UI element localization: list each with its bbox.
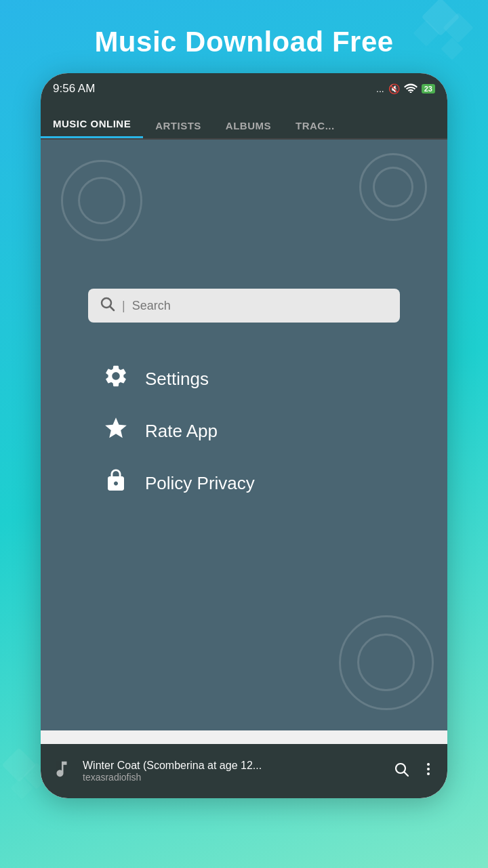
deco-circle-br-inner [357, 634, 415, 691]
tab-artists[interactable]: ARTISTS [143, 113, 214, 138]
signal-dots-icon: ... [376, 83, 384, 94]
settings-menu-item[interactable]: Settings [102, 363, 386, 395]
tab-albums[interactable]: ALBUMS [214, 113, 283, 138]
svg-line-9 [110, 307, 115, 311]
phone-frame: 9:56 AM ... 🔇 23 MUSIC ONLINE ARTISTS AL… [41, 73, 447, 798]
player-info: Winter Coat (Scomberina at age 12... tex… [83, 760, 382, 783]
policy-privacy-menu-item[interactable]: Policy Privacy [102, 468, 386, 499]
rate-app-label: Rate App [145, 421, 218, 442]
player-more-icon[interactable] [420, 761, 436, 781]
rate-app-menu-item[interactable]: Rate App [102, 415, 386, 447]
deco-circle-tl-inner [78, 177, 125, 224]
search-box[interactable]: | [88, 289, 400, 323]
gear-icon [102, 363, 130, 395]
deco-circle-tr-inner [373, 167, 413, 207]
battery-icon: 23 [422, 84, 435, 94]
volume-icon: 🔇 [388, 83, 400, 94]
player-search-icon[interactable] [393, 761, 409, 781]
wifi-icon [404, 83, 418, 95]
search-icon [99, 295, 115, 316]
status-time: 9:56 AM [53, 82, 95, 96]
app-title: Music Download Free [94, 26, 393, 58]
svg-point-13 [427, 768, 430, 770]
star-icon [102, 415, 130, 447]
player-bar[interactable]: Winter Coat (Scomberina at age 12... tex… [41, 744, 447, 798]
svg-line-11 [405, 772, 409, 777]
status-bar: 9:56 AM ... 🔇 23 [41, 73, 447, 104]
policy-privacy-label: Policy Privacy [145, 473, 255, 494]
lock-icon [102, 468, 130, 499]
tab-bar: MUSIC ONLINE ARTISTS ALBUMS TRAC... [41, 104, 447, 140]
svg-point-7 [409, 91, 411, 93]
player-title: Winter Coat (Scomberina at age 12... [83, 760, 382, 772]
tab-music-online[interactable]: MUSIC ONLINE [41, 111, 143, 138]
search-input[interactable] [132, 299, 389, 313]
settings-label: Settings [145, 369, 209, 390]
menu-items-list: Settings Rate App Policy Privacy [102, 363, 386, 499]
player-music-icon [52, 759, 72, 784]
player-controls [393, 761, 436, 781]
svg-point-12 [427, 763, 430, 766]
tab-tracks[interactable]: TRAC... [283, 113, 347, 138]
player-artist: texasradiofish [83, 772, 382, 783]
search-container: | [88, 289, 400, 323]
main-content: | Settings [41, 140, 447, 798]
svg-point-14 [427, 772, 430, 775]
search-cursor: | [122, 299, 125, 313]
status-icons: ... 🔇 23 [376, 83, 435, 95]
